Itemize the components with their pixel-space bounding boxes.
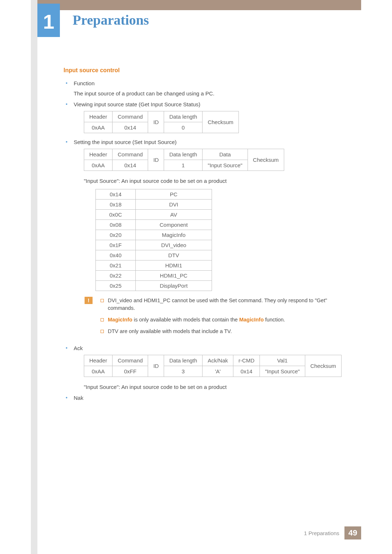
list-item: Viewing input source state (Get Input So… <box>64 101 356 133</box>
td: 3 <box>164 366 203 377</box>
td: HDMI1 <box>136 260 212 270</box>
th: Data length <box>164 355 203 366</box>
td: DTV <box>136 250 212 260</box>
highlight: MagicInfo <box>108 317 132 323</box>
th: Header <box>84 149 113 160</box>
td: 0xAA <box>84 160 113 171</box>
td: 0 <box>164 122 203 133</box>
td: 0x25 <box>96 280 136 291</box>
td: Component <box>136 219 212 230</box>
caution-item: MagicInfo is only available with models … <box>99 316 356 324</box>
page-number: 49 <box>344 526 361 539</box>
td: 0x08 <box>96 219 136 230</box>
td: 0x14 <box>113 122 148 133</box>
th: Command <box>113 111 148 122</box>
th: ID <box>148 149 164 171</box>
td: DVI_video <box>136 240 212 250</box>
caution-icon: ! <box>85 297 93 304</box>
page-footer: 1 Preparations 49 <box>37 526 361 539</box>
list-item: Setting the input source (Set Input Sour… <box>64 139 356 339</box>
bullet-label: Viewing input source state (Get Input So… <box>74 101 200 107</box>
td: 0x20 <box>96 230 136 240</box>
get-status-table: Header Command ID Data length Checksum 0… <box>84 111 239 133</box>
bullet-label: Nak <box>74 395 83 401</box>
body-text: The input source of a product can be cha… <box>74 89 356 98</box>
body-text: "Input Source": An input source code to … <box>84 177 356 185</box>
caution-list: DVI_video and HDMI1_PC cannot be used wi… <box>99 297 356 339</box>
footer-text: 1 Preparations <box>304 530 339 536</box>
caution-item: DTV are only available with models that … <box>99 328 356 336</box>
bullet-label: Setting the input source (Set Input Sour… <box>74 139 177 145</box>
bullet-label: Function <box>74 80 95 86</box>
td: 0x14 <box>96 189 136 199</box>
td: 1 <box>164 160 203 171</box>
text: is only available with models that conta… <box>132 317 239 323</box>
th: Header <box>84 355 113 366</box>
td: AV <box>136 209 212 219</box>
th: Ack/Nak <box>203 355 233 366</box>
list-item: Function The input source of a product c… <box>64 80 356 98</box>
th: Header <box>84 111 113 122</box>
list-item: Ack Header Command ID Data length Ack/Na… <box>64 345 356 391</box>
td: DisplayPort <box>136 280 212 291</box>
left-margin-stripe <box>31 0 37 554</box>
th: Checksum <box>305 355 341 377</box>
th: Val1 <box>260 355 305 366</box>
th: ID <box>148 355 164 377</box>
chapter-number-tab: 1 <box>37 4 60 37</box>
td: HDMI1_PC <box>136 270 212 280</box>
section-heading: Input source control <box>64 67 356 74</box>
td: 0x40 <box>96 250 136 260</box>
td: 0x14 <box>113 160 148 171</box>
td: 0x22 <box>96 270 136 280</box>
td: 0x21 <box>96 260 136 270</box>
set-source-table: Header Command ID Data length Data Check… <box>84 149 284 171</box>
th: Command <box>113 355 148 366</box>
td: 0xAA <box>84 366 113 377</box>
th: Checksum <box>248 149 284 171</box>
highlight: MagicInfo <box>239 317 264 323</box>
input-source-codes-table: 0x14PC 0x18DVI 0x0CAV 0x08Component 0x20… <box>95 189 212 291</box>
top-band <box>37 0 361 10</box>
td: 0x14 <box>233 366 260 377</box>
td: 'A' <box>203 366 233 377</box>
td: PC <box>136 189 212 199</box>
bullet-list: Function The input source of a product c… <box>64 80 356 401</box>
td: 0xFF <box>113 366 148 377</box>
td: 0x0C <box>96 209 136 219</box>
body-text: "Input Source": An input source code to … <box>84 383 356 391</box>
page-content: Input source control Function The input … <box>64 67 356 521</box>
text: function. <box>264 317 285 323</box>
td: "Input Source" <box>203 160 248 171</box>
th: ID <box>148 111 164 133</box>
bullet-label: Ack <box>74 345 83 351</box>
th: Data length <box>164 149 203 160</box>
td: 0x18 <box>96 199 136 209</box>
td: 0x1F <box>96 240 136 250</box>
th: Command <box>113 149 148 160</box>
td: DVI <box>136 199 212 209</box>
th: r-CMD <box>233 355 260 366</box>
th: Checksum <box>203 111 239 133</box>
th: Data <box>203 149 248 160</box>
td: MagicInfo <box>136 230 212 240</box>
th: Data length <box>164 111 203 122</box>
td: 0xAA <box>84 122 113 133</box>
list-item: Nak <box>64 395 356 401</box>
caution-block: ! DVI_video and HDMI1_PC cannot be used … <box>85 297 356 339</box>
chapter-title: Preparations <box>73 12 149 28</box>
caution-item: DVI_video and HDMI1_PC cannot be used wi… <box>99 297 356 313</box>
td: "Input Source" <box>260 366 305 377</box>
ack-table: Header Command ID Data length Ack/Nak r-… <box>84 355 342 377</box>
